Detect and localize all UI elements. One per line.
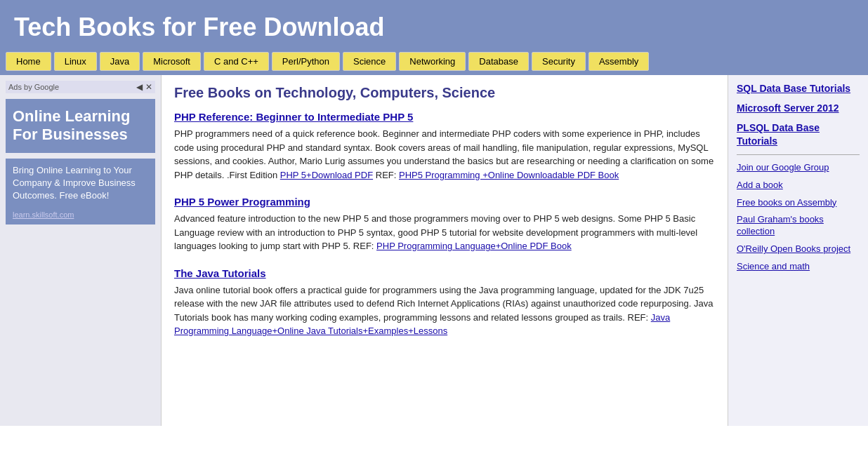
nav-link[interactable]: Security [532, 52, 586, 71]
rs-secondary-links: Join our Google GroupAdd a bookFree book… [737, 162, 860, 273]
rs-secondary-link[interactable]: Add a book [737, 180, 860, 192]
nav-link[interactable]: Home [6, 52, 51, 71]
nav-link[interactable]: Networking [399, 52, 466, 71]
nav-item: Science [343, 52, 396, 71]
ad-icon-prev[interactable]: ◀ [136, 82, 143, 92]
book-entry: The Java TutorialsJava online tutorial b… [174, 267, 715, 338]
nav-link[interactable]: Science [343, 52, 396, 71]
book-entry: PHP Reference: Beginner to Intermediate … [174, 111, 715, 182]
book-title-link[interactable]: PHP Reference: Beginner to Intermediate … [174, 111, 413, 123]
book-list: PHP Reference: Beginner to Intermediate … [174, 111, 715, 338]
nav-link[interactable]: Perl/Python [272, 52, 340, 71]
rs-primary-links: SQL Data Base TutorialsMicrosoft Server … [737, 82, 860, 147]
nav-link[interactable]: Java [100, 52, 140, 71]
page-title: Tech Books for Free Download [14, 13, 854, 42]
main-content: Free Books on Technology, Computers, Sci… [162, 75, 728, 426]
right-sidebar: SQL Data Base TutorialsMicrosoft Server … [728, 75, 868, 426]
ad-footer[interactable]: learn.skillsoft.com [6, 208, 155, 224]
rs-secondary-link[interactable]: Science and math [737, 261, 860, 273]
book-title-link[interactable]: The Java Tutorials [174, 267, 266, 279]
nav-item: Database [468, 52, 529, 71]
nav-item: Networking [399, 52, 466, 71]
rs-secondary-link[interactable]: Paul Graham's books collection [737, 214, 860, 238]
rs-secondary-link[interactable]: O'Reilly Open Books project [737, 243, 860, 255]
ad-icon-close[interactable]: ✕ [145, 82, 152, 92]
nav-item: Linux [54, 52, 97, 71]
rs-primary-link[interactable]: SQL Data Base Tutorials [737, 82, 860, 95]
book-title-link[interactable]: PHP 5 Power Programming [174, 196, 310, 208]
book-title: The Java Tutorials [174, 267, 715, 279]
nav-link[interactable]: C and C++ [204, 52, 269, 71]
book-description: PHP programmers need of a quick referenc… [174, 127, 715, 182]
rs-secondary-link[interactable]: Free books on Assembly [737, 197, 860, 209]
book-link1[interactable]: PHP 5+Download PDF [280, 170, 373, 180]
nav-item: Security [532, 52, 586, 71]
book-title: PHP 5 Power Programming [174, 196, 715, 208]
nav-item: Home [6, 52, 51, 71]
rs-divider [737, 154, 860, 155]
ad-heading: Online Learning For Businesses [6, 99, 155, 153]
main-heading: Free Books on Technology, Computers, Sci… [174, 85, 715, 101]
nav-item: Perl/Python [272, 52, 340, 71]
rs-primary-link[interactable]: PLSQL Data Base Tutorials [737, 121, 860, 147]
left-sidebar: Ads by Google ◀ ✕ Online Learning For Bu… [0, 75, 162, 426]
nav-link[interactable]: Database [468, 52, 529, 71]
nav-link[interactable]: Microsoft [143, 52, 201, 71]
rs-secondary-link[interactable]: Join our Google Group [737, 162, 860, 174]
nav-bar: HomeLinuxJavaMicrosoftC and C++Perl/Pyth… [0, 52, 868, 71]
nav-item: C and C++ [204, 52, 269, 71]
nav-item: Java [100, 52, 140, 71]
nav-item: Assembly [588, 52, 649, 71]
book-description: Advanced feature introduction to the new… [174, 212, 715, 253]
book-description: Java online tutorial book offers a pract… [174, 283, 715, 338]
ad-body: Bring Online Learning to Your Company & … [6, 159, 155, 208]
nav-link[interactable]: Linux [54, 52, 97, 71]
ad-bar: Ads by Google ◀ ✕ [6, 81, 155, 93]
nav-link[interactable]: Assembly [588, 52, 649, 71]
book-title: PHP Reference: Beginner to Intermediate … [174, 111, 715, 123]
nav-item: Microsoft [143, 52, 201, 71]
book-link1[interactable]: PHP Programming Language+Online PDF Book [376, 241, 572, 251]
book-entry: PHP 5 Power ProgrammingAdvanced feature … [174, 196, 715, 253]
ad-label: Ads by Google [8, 83, 59, 91]
book-link2[interactable]: PHP5 Programming +Online Downloadable PD… [399, 170, 619, 180]
book-link1[interactable]: Java Programming Language+Online Java Tu… [174, 312, 670, 337]
rs-primary-link[interactable]: Microsoft Server 2012 [737, 102, 860, 114]
